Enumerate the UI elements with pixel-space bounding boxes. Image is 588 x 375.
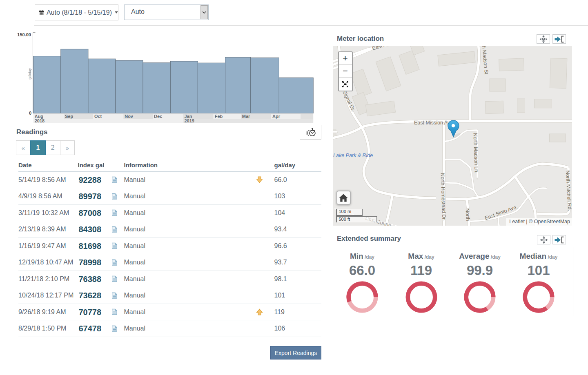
svg-text:2019: 2019 [184,118,194,123]
svg-text:Apr: Apr [272,114,281,119]
svg-text:0: 0 [29,111,31,115]
svg-text:Dec: Dec [154,114,162,119]
svg-text:Feb: Feb [215,114,223,119]
svg-text:Mar: Mar [242,114,250,119]
svg-text:North: North [464,209,471,221]
svg-text:gal/day: gal/day [28,68,32,80]
svg-text:2018: 2018 [35,118,45,123]
svg-text:Nov: Nov [125,114,134,119]
svg-text:Lake Park & Ride: Lake Park & Ride [333,153,373,158]
svg-text:Sep: Sep [65,114,73,119]
svg-text:Oct: Oct [94,114,102,119]
svg-text:150.00: 150.00 [17,32,31,37]
